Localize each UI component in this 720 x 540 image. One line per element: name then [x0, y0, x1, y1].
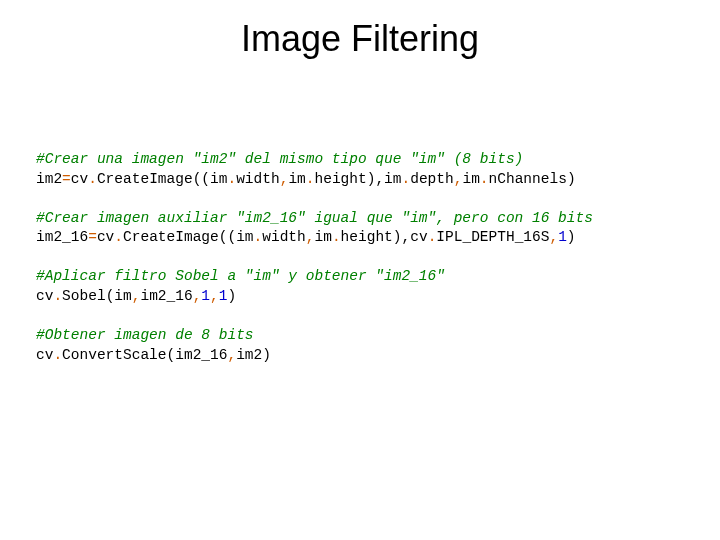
code-token: ), — [393, 229, 410, 245]
code-token: im — [210, 171, 227, 187]
code-token: IPL_DEPTH_16S — [436, 229, 549, 245]
code-token: . — [332, 229, 341, 245]
code-token: height — [314, 171, 366, 187]
code-token: ) — [262, 347, 271, 363]
code-token: ) — [567, 229, 576, 245]
code-token: . — [480, 171, 489, 187]
code-comment: #Obtener imagen de 8 bits — [36, 327, 254, 343]
code-token: ) — [567, 171, 576, 187]
code-token: CreateImage — [97, 171, 193, 187]
code-token: ConvertScale — [62, 347, 166, 363]
code-token: (( — [193, 171, 210, 187]
code-token: im — [314, 229, 331, 245]
code-token: ( — [167, 347, 176, 363]
code-token: , — [210, 288, 219, 304]
code-token: . — [227, 171, 236, 187]
code-token: cv — [71, 171, 88, 187]
slide: Image Filtering #Crear una imagen "im2" … — [0, 0, 720, 540]
code-token: im — [384, 171, 401, 187]
code-token: height — [341, 229, 393, 245]
code-token: 1 — [201, 288, 210, 304]
code-token: im — [114, 288, 131, 304]
code-token: Sobel — [62, 288, 106, 304]
code-comment: #Aplicar filtro Sobel a "im" y obtener "… — [36, 268, 445, 284]
code-token: im2 — [36, 171, 62, 187]
code-token: ), — [367, 171, 384, 187]
code-token: . — [53, 288, 62, 304]
code-token: cv — [36, 288, 53, 304]
code-token: 1 — [558, 229, 567, 245]
code-token: cv — [36, 347, 53, 363]
code-token: ) — [227, 288, 236, 304]
code-token: . — [53, 347, 62, 363]
code-token: im — [462, 171, 479, 187]
code-token: . — [402, 171, 411, 187]
code-token: im2 — [236, 347, 262, 363]
code-token: width — [262, 229, 306, 245]
code-token: . — [88, 171, 97, 187]
code-token: width — [236, 171, 280, 187]
code-token: im — [288, 171, 305, 187]
code-token: im2_16 — [140, 288, 192, 304]
code-token: depth — [410, 171, 454, 187]
code-comment: #Crear imagen auxiliar "im2_16" igual qu… — [36, 210, 593, 226]
code-token: . — [114, 229, 123, 245]
code-token: = — [88, 229, 97, 245]
code-token: , — [549, 229, 558, 245]
code-token: = — [62, 171, 71, 187]
code-token: cv — [97, 229, 114, 245]
code-comment: #Crear una imagen "im2" del mismo tipo q… — [36, 151, 523, 167]
code-token: , — [227, 347, 236, 363]
code-token: (( — [219, 229, 236, 245]
code-token: cv — [410, 229, 427, 245]
code-token: im — [236, 229, 253, 245]
code-token: CreateImage — [123, 229, 219, 245]
code-token: nChannels — [489, 171, 567, 187]
slide-title: Image Filtering — [0, 0, 720, 60]
code-token: im2_16 — [175, 347, 227, 363]
code-block: #Crear una imagen "im2" del mismo tipo q… — [0, 60, 720, 365]
code-token: im2_16 — [36, 229, 88, 245]
code-token: . — [254, 229, 263, 245]
